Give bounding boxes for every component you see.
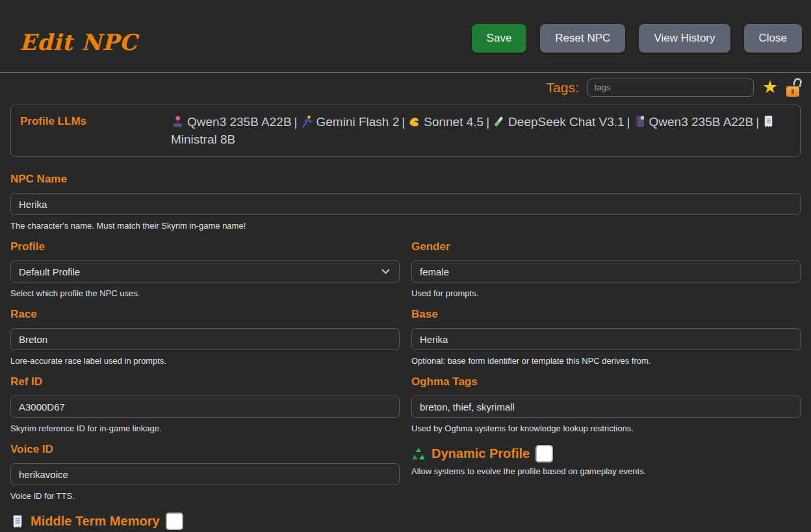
ref-id-group: Ref ID Skyrim reference ID for in-game l… [10,366,400,433]
llm-name: Ministral 8B [171,133,235,146]
gender-group: Gender Used for prompts. [411,231,801,298]
oghma-tags-help: Used by Oghma systems for knowledge look… [411,424,801,433]
base-help: Optional: base form identifier or templa… [411,356,801,366]
gender-label: Gender [411,240,801,253]
close-button[interactable]: Close [744,24,802,53]
profile-llms-content: Qwen3 235B A22B|Gemini Flash 2|Sonnet 4.… [171,113,791,148]
voice-id-group: Voice ID Voice ID for TTS. [10,433,400,501]
llm-separator: | [753,115,762,129]
llm-name: DeepSeek Chat V3.1 [508,115,624,129]
header: Edit NPC Save Reset NPC View History Clo… [0,0,811,73]
muscle-icon [407,115,421,128]
test-tube-icon [492,115,506,128]
gender-help: Used for prompts. [411,288,801,298]
star-icon[interactable]: ★ [762,79,778,96]
view-history-button[interactable]: View History [639,24,730,53]
voice-id-help: Voice ID for TTS. [10,491,400,501]
race-group: Race Lore-accurate race label used in pr… [10,298,400,366]
dynamic-profile-label: Dynamic Profile [431,446,530,461]
llm-separator: | [624,115,633,129]
runner-icon [300,115,314,128]
gender-input[interactable] [411,260,801,283]
receipt-icon [10,514,25,529]
tags-bar: Tags: ★ [0,73,811,102]
header-buttons: Save Reset NPC View History Close [472,24,802,53]
llm-name: Gemini Flash 2 [316,115,400,129]
profile-select[interactable]: Default Profile [10,260,400,283]
race-label: Race [10,308,400,321]
llm-separator: | [292,115,300,129]
llm-separator: | [483,115,492,129]
npc-name-input[interactable] [10,193,801,215]
oghma-tags-label: Oghma Tags [411,375,801,388]
profile-help: Select which profile the NPC uses. [10,288,400,298]
middle-term-memory-checkbox[interactable] [166,513,183,530]
profile-select-value: Default Profile [19,266,80,277]
unlock-icon[interactable] [786,78,802,97]
dynamic-profile-checkbox[interactable] [535,445,553,462]
edit-npc-form: NPC Name The character's name. Must matc… [0,157,811,532]
npc-name-group: NPC Name The character's name. Must matc… [10,173,801,231]
ref-id-label: Ref ID [10,375,400,388]
tags-label: Tags: [547,80,579,95]
llm-name: Sonnet 4.5 [424,115,483,129]
recycle-icon [411,447,426,461]
npc-name-label: NPC Name [10,173,801,186]
profile-llms-label: Profile LLMs [20,113,171,148]
voice-id-input[interactable] [10,463,400,485]
llm-name: Qwen3 235B A22B [187,115,292,129]
lock-keyhole [792,89,794,94]
base-label: Base [411,308,801,321]
profile-llms-box: Profile LLMs Qwen3 235B A22B|Gemini Flas… [10,105,801,157]
tags-input[interactable] [587,79,754,97]
lock-shackle [793,77,803,88]
chevron-down-icon [381,266,390,274]
race-input[interactable] [10,328,400,350]
middle-term-memory-group: Middle Term Memory Saves a list of recen… [10,501,400,532]
notebook-icon [633,115,647,128]
joystick-icon [171,115,185,128]
oghma-tags-group: Oghma Tags Used by Oghma systems for kno… [411,366,801,433]
npc-name-help: The character's name. Must match their S… [10,221,801,231]
reset-npc-button[interactable]: Reset NPC [540,24,625,53]
voice-id-label: Voice ID [10,443,400,456]
ref-id-help: Skyrim reference ID for in-game linkage. [10,424,400,433]
receipt-icon [762,115,775,128]
llm-separator: | [399,115,407,129]
profile-group: Profile Default Profile Select which pro… [10,231,400,298]
base-group: Base Optional: base form identifier or t… [411,298,801,366]
dynamic-profile-group: Dynamic Profile Allow systems to evolve … [411,433,801,476]
dynamic-profile-help: Allow systems to evolve the profile base… [411,466,801,476]
profile-label: Profile [10,240,400,253]
oghma-tags-input[interactable] [411,396,801,418]
base-input[interactable] [411,328,801,350]
save-button[interactable]: Save [472,24,527,53]
llm-name: Qwen3 235B A22B [649,115,754,129]
race-help: Lore-accurate race label used in prompts… [10,356,400,366]
middle-term-memory-label: Middle Term Memory [31,514,160,529]
ref-id-input[interactable] [10,396,400,418]
page-title: Edit NPC [19,29,138,55]
